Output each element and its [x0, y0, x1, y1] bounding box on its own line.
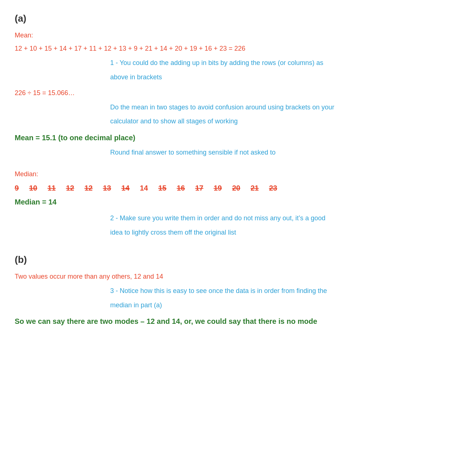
- tip3-line1: Round final answer to something sensible…: [110, 147, 461, 158]
- median-number: 20: [232, 184, 240, 192]
- tip5-block: 3 - Notice how this is easy to see once …: [15, 286, 461, 311]
- section-a-label: (a): [15, 11, 461, 26]
- median-number: 16: [177, 184, 185, 192]
- section-b-label: (b): [15, 252, 461, 268]
- tip5-line2: median in part (a): [110, 300, 461, 311]
- median-number: 11: [47, 184, 55, 192]
- median-number: 12: [66, 184, 74, 192]
- median-number: 21: [250, 184, 259, 192]
- tip4-line2: idea to lightly cross them off the origi…: [110, 227, 461, 238]
- mean-division: 226 ÷ 15 = 15.066…: [15, 88, 461, 98]
- median-number: 17: [195, 184, 203, 192]
- median-number: 9: [15, 184, 19, 192]
- tip2-line2: calculator and to show all stages of wor…: [110, 116, 461, 127]
- tip3-block: Round final answer to something sensible…: [15, 147, 461, 158]
- tip5-line1: 3 - Notice how this is easy to see once …: [110, 286, 461, 296]
- median-number: 19: [214, 184, 222, 192]
- tip4-block: 2 - Make sure you write them in order an…: [15, 213, 461, 238]
- median-number: 13: [103, 184, 111, 192]
- mean-result: Mean = 15.1 (to one decimal place): [15, 132, 461, 144]
- median-numbers-row: 91011121213141415161719202123: [15, 184, 461, 192]
- tip2-block: Do the mean in two stages to avoid confu…: [15, 102, 461, 127]
- median-number: 14: [121, 184, 129, 192]
- median-label: Median:: [15, 169, 461, 180]
- tip1-block: 1 - You could do the adding up in bits b…: [15, 58, 461, 83]
- tip1-line2: above in brackets: [110, 72, 461, 83]
- mean-sum-equation: 12 + 10 + 15 + 14 + 17 + 11 + 12 + 13 + …: [15, 43, 461, 54]
- mean-label: Mean:: [15, 30, 461, 41]
- mode-conclusion: So we can say there are two modes – 12 a…: [15, 315, 461, 327]
- median-number: 12: [84, 184, 93, 192]
- median-number: 23: [269, 184, 277, 192]
- median-number: 14: [140, 184, 148, 192]
- median-number: 15: [158, 184, 166, 192]
- median-number: 10: [29, 184, 37, 192]
- median-result: Median = 14: [15, 196, 461, 208]
- mode-intro: Two values occur more than any others, 1…: [15, 271, 461, 282]
- tip4-line1: 2 - Make sure you write them in order an…: [110, 213, 461, 224]
- section-b: (b) Two values occur more than any other…: [15, 252, 461, 327]
- tip2-line1: Do the mean in two stages to avoid confu…: [110, 102, 461, 113]
- section-a: (a) Mean: 12 + 10 + 15 + 14 + 17 + 11 + …: [15, 11, 461, 238]
- tip1-line1: 1 - You could do the adding up in bits b…: [110, 58, 461, 68]
